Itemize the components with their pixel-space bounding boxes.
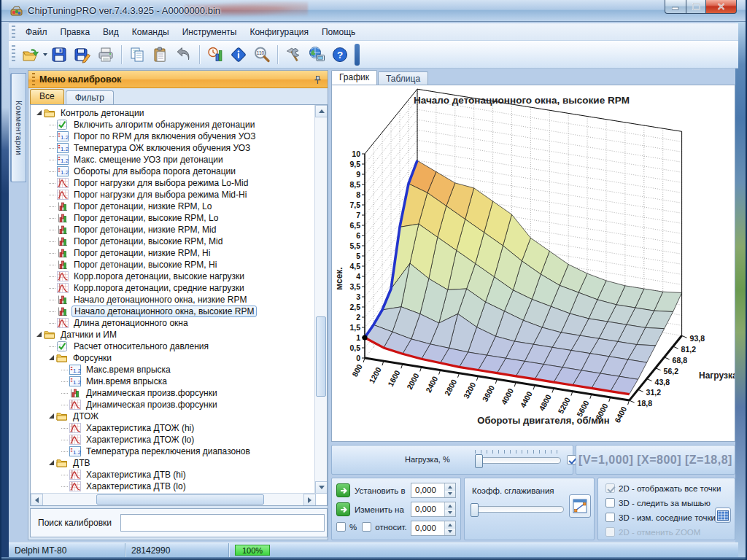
spin-up[interactable] xyxy=(445,483,455,491)
checkbox-percent[interactable]: % xyxy=(336,522,357,532)
apply-change-button[interactable] xyxy=(336,502,350,516)
tree-item[interactable]: Порог детонации, низкие RPM, Hi xyxy=(31,247,315,259)
tree-item[interactable]: 1.2Макс. смещение УОЗ при детонации xyxy=(31,154,315,166)
menu-помощь[interactable]: Помощь xyxy=(315,25,362,39)
print-button[interactable] xyxy=(95,44,117,66)
tree-item[interactable]: Динамическая произв.форсунки xyxy=(31,387,315,399)
smoothing-slider[interactable] xyxy=(471,506,564,513)
tree-item[interactable]: Длина детонационного окна xyxy=(31,317,315,329)
tree-item[interactable]: 1.2Макс.время впрыска xyxy=(31,364,315,376)
menu-вид[interactable]: Вид xyxy=(96,25,125,39)
tree-folder[interactable]: ДТОЖ xyxy=(31,411,315,422)
pin-icon[interactable] xyxy=(311,74,323,85)
apply-set-button[interactable] xyxy=(336,483,350,497)
tree-item[interactable]: Корр.порога детонации, высокие нагрузки xyxy=(31,271,315,282)
menu-конфигурация[interactable]: Конфигурация xyxy=(243,25,315,39)
spin-down[interactable] xyxy=(445,510,455,517)
option-3[interactable]: 3D - изм. соседние точки xyxy=(605,513,716,522)
tree-item[interactable]: 1.2Температура ОЖ включения обучения УОЗ xyxy=(31,142,315,154)
spin-up[interactable] xyxy=(445,502,455,510)
tree-item[interactable]: Характеристика ДТОЖ (lo) xyxy=(31,434,315,446)
tree-horizontal-scrollbar[interactable] xyxy=(31,493,316,505)
maximize-button[interactable] xyxy=(686,0,706,14)
tab-table[interactable]: Таблица xyxy=(378,71,428,85)
checkbox-percent-box[interactable] xyxy=(336,522,346,532)
tree-vertical-scrollbar[interactable] xyxy=(314,105,327,494)
option-2[interactable]: 3D - следить за мышью xyxy=(605,498,711,508)
spin-up[interactable] xyxy=(445,521,455,529)
tree-folder[interactable]: Датчики и ИМ xyxy=(31,329,315,341)
menu-команды[interactable]: Команды xyxy=(125,25,176,39)
expand-collapse-icon[interactable] xyxy=(49,355,54,360)
tree-item[interactable]: Порог детонации, высокие RPM, Hi xyxy=(31,259,315,271)
tree-item[interactable]: Начало детонационного окна, высокие RPM xyxy=(31,306,315,317)
tab-filter[interactable]: Фильтр xyxy=(66,90,114,104)
set-to-spinner[interactable]: 0,000 xyxy=(411,483,456,498)
save-edit-button[interactable] xyxy=(71,44,93,66)
scale-line-button[interactable] xyxy=(569,494,591,518)
tree-item[interactable]: Порог детонации, высокие RPM, Lo xyxy=(31,212,315,224)
tree-item[interactable]: Характеристика ДТОЖ (hi) xyxy=(31,422,315,434)
option-checkbox[interactable] xyxy=(605,513,615,522)
open-file-dropdown-arrow[interactable] xyxy=(43,53,47,56)
tree-item[interactable]: Порог нагрузки для выбора режима Lo-Mid xyxy=(31,177,315,189)
hscroll-thumb[interactable] xyxy=(96,494,264,505)
load-slider[interactable] xyxy=(475,457,561,464)
grid-table-button[interactable] xyxy=(715,508,731,523)
web-update-button[interactable] xyxy=(306,44,328,66)
tree-item[interactable]: 1.2Обороты для выбора порога детонации xyxy=(31,166,315,177)
copy-button[interactable] xyxy=(126,44,148,66)
tree-item[interactable]: Характеристика ДТВ (hi) xyxy=(31,469,315,481)
search-input[interactable] xyxy=(120,514,325,532)
undo-button[interactable] xyxy=(173,44,195,66)
tree-item[interactable]: Порог детонации, низкие RPM, Lo xyxy=(31,201,315,212)
info-button[interactable] xyxy=(228,44,249,66)
tree-item[interactable]: Включить алгоритм обнаружения детонации xyxy=(31,119,315,131)
spin-down[interactable] xyxy=(445,529,455,536)
expand-collapse-icon[interactable] xyxy=(36,332,42,337)
load-slider-thumb[interactable] xyxy=(475,454,483,468)
tree-folder[interactable]: Контроль детонации xyxy=(31,107,315,119)
scroll-left-button[interactable] xyxy=(31,494,43,506)
zoom-text-button[interactable]: 110 xyxy=(251,44,273,66)
expand-collapse-icon[interactable] xyxy=(36,110,42,115)
vscroll-thumb[interactable] xyxy=(316,316,326,397)
tree-item[interactable]: Корр.порога детонации, средние нагрузки xyxy=(31,282,315,294)
close-button[interactable] xyxy=(706,0,737,14)
tree-item[interactable]: 1.2Порог по RPM для включения обучения У… xyxy=(31,131,315,142)
scroll-down-button[interactable] xyxy=(315,481,328,494)
checkbox-relative[interactable]: относит. xyxy=(362,522,407,532)
menu-правка[interactable]: Правка xyxy=(54,25,97,39)
tree-item[interactable]: Начало детонационного окна, низкие RPM xyxy=(31,294,315,306)
menu-файл[interactable]: Файл xyxy=(19,25,54,39)
checkbox-relative-box[interactable] xyxy=(362,522,371,532)
toolbar-grip[interactable] xyxy=(12,45,15,64)
tree-item[interactable]: Динамическая произв.форсунки xyxy=(31,399,315,411)
statistics-button[interactable] xyxy=(204,44,226,66)
calibration-panel-header[interactable]: Меню калибровок xyxy=(28,71,328,88)
comments-side-tab[interactable]: Комментарии xyxy=(10,73,26,182)
paste-button[interactable] xyxy=(150,44,171,66)
tree-item[interactable]: 1.2Температура переключения диапазонов xyxy=(31,446,315,457)
smoothing-slider-thumb[interactable] xyxy=(471,503,479,517)
tree-item[interactable]: Расчет относительного давления xyxy=(31,341,315,352)
tree-item[interactable]: Порог детонации, низкие RPM, Mid xyxy=(31,224,315,236)
minimize-button[interactable] xyxy=(665,0,686,14)
open-file-button[interactable] xyxy=(20,44,42,66)
scroll-right-button[interactable] xyxy=(303,494,316,506)
expand-collapse-icon[interactable] xyxy=(49,413,54,419)
tree-item[interactable]: 1.2Мин.время впрыска xyxy=(31,376,315,387)
surface-chart[interactable]: 00,511,522,533,544,555,566,577,588,599,5… xyxy=(331,85,735,442)
help-button[interactable]: ? xyxy=(329,44,351,66)
option-checkbox[interactable] xyxy=(605,498,615,508)
tree-folder[interactable]: Форсунки xyxy=(31,352,315,364)
save-button[interactable] xyxy=(48,44,70,66)
tree-item[interactable]: Характеристика ДТВ (lo) xyxy=(31,481,315,492)
spin-down[interactable] xyxy=(445,491,455,498)
expand-collapse-icon[interactable] xyxy=(49,460,54,465)
menu-инструменты[interactable]: Инструменты xyxy=(176,25,244,39)
tab-all[interactable]: Все xyxy=(30,89,64,104)
tree-item[interactable]: Порог детонации, высокие RPM, Mid xyxy=(31,236,315,247)
tools-button[interactable] xyxy=(282,44,304,66)
change-by-spinner[interactable]: 0,000 xyxy=(411,502,456,517)
